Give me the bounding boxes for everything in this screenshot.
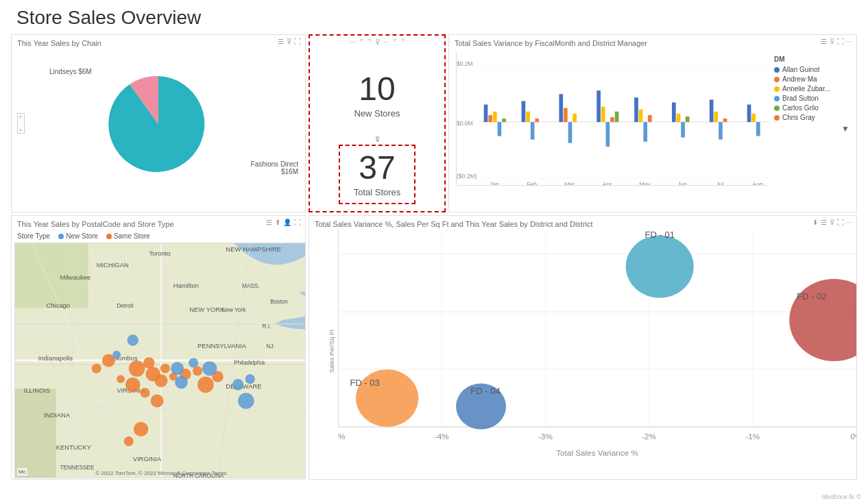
svg-rect-26 bbox=[639, 110, 643, 122]
svg-text:VIRGINIA: VIRGINIA bbox=[133, 455, 162, 463]
svg-rect-24 bbox=[615, 112, 619, 122]
svg-rect-7 bbox=[484, 105, 488, 123]
bars-svg: $0.2M $0.0M ($0.2M) bbox=[457, 52, 768, 185]
map-upload-icon[interactable]: ⬆ bbox=[275, 219, 280, 226]
svg-point-92 bbox=[125, 378, 140, 392]
svg-text:New York: New York bbox=[221, 307, 246, 313]
svg-rect-20 bbox=[596, 90, 601, 122]
svg-rect-31 bbox=[681, 122, 685, 137]
map-expand-icon[interactable]: ⛶ bbox=[294, 219, 301, 226]
bar-expand-icon[interactable]: ⛶ bbox=[837, 38, 844, 45]
bubble-down-icon[interactable]: ⬇ bbox=[812, 219, 818, 226]
svg-text:Boston: Boston bbox=[270, 299, 288, 305]
total-stores-value: 37 bbox=[354, 151, 401, 184]
kpi-expand-icon[interactable]: ⌜ bbox=[394, 38, 397, 46]
svg-text:Jul: Jul bbox=[716, 181, 724, 185]
svg-point-97 bbox=[92, 364, 101, 373]
bar-filter-icon[interactable]: ⊽ bbox=[830, 38, 834, 45]
bubble-y-label: Sales Per/Sq Ft bbox=[328, 330, 335, 373]
pie-filter-icon[interactable]: ⊽ bbox=[287, 38, 291, 45]
kpi-filter-icon[interactable]: ⊽ bbox=[375, 38, 380, 46]
svg-text:NEW YORK: NEW YORK bbox=[189, 306, 225, 313]
svg-point-104 bbox=[202, 361, 217, 376]
kpi-focus-left-icon[interactable]: ⌜ bbox=[360, 38, 363, 46]
bubble-more-icon[interactable]: ··· bbox=[847, 219, 852, 226]
svg-text:Indianapolis: Indianapolis bbox=[38, 354, 73, 362]
svg-text:ILLINOIS: ILLINOIS bbox=[24, 387, 51, 394]
svg-rect-39 bbox=[756, 122, 760, 136]
svg-point-101 bbox=[124, 437, 134, 446]
kpi-panel: ··· ⌜ ⌝ ⊽ ··· ⌜ ⌝ 10 New Stores ⊽ 37 bbox=[309, 34, 446, 212]
map-container[interactable]: Milwaukee Chicago Indianapolis ILLINOIS … bbox=[14, 243, 306, 478]
kpi-toolbar: ··· ⌜ ⌝ ⊽ ··· ⌜ ⌝ bbox=[350, 38, 405, 46]
svg-rect-22 bbox=[606, 122, 610, 147]
bar-more-icon[interactable]: ··· bbox=[847, 38, 852, 45]
kpi-br-icon[interactable]: ⌝ bbox=[401, 38, 405, 46]
svg-text:-2%: -2% bbox=[642, 432, 656, 440]
svg-point-88 bbox=[155, 374, 168, 387]
legend-andrew-label: Andrew Ma bbox=[782, 75, 817, 83]
legend-carlos-label: Carlos Grilo bbox=[782, 104, 819, 112]
map-panel-title: This Year Sales by PostalCode and Store … bbox=[12, 216, 305, 230]
svg-text:-3%: -3% bbox=[538, 432, 553, 440]
bubble-panel: Total Sales Variance %, Sales Per Sq Ft … bbox=[309, 215, 857, 480]
legend-scroll-down[interactable]: ▼ bbox=[841, 124, 849, 134]
svg-rect-13 bbox=[526, 112, 530, 122]
svg-point-84 bbox=[129, 360, 145, 377]
pie-expand-icon[interactable]: ⛶ bbox=[294, 38, 301, 45]
watermark: obviEnce llc © bbox=[822, 493, 861, 500]
svg-point-94 bbox=[151, 395, 164, 408]
bubble-expand-icon[interactable]: ⛶ bbox=[837, 219, 844, 226]
bubble-menu-icon[interactable]: ☰ bbox=[821, 219, 827, 226]
svg-rect-38 bbox=[751, 114, 756, 122]
svg-text:Jan: Jan bbox=[490, 181, 499, 185]
total-stores-label: Total Stores bbox=[354, 187, 401, 197]
svg-rect-35 bbox=[719, 122, 723, 140]
pie-panel: This Year Sales by Chain ☰ ⊽ ⛶ Lindseys … bbox=[11, 34, 306, 212]
legend-allan-label: Allan Guinot bbox=[782, 66, 819, 73]
kpi-more-icon[interactable]: ··· bbox=[350, 38, 355, 46]
svg-rect-32 bbox=[686, 116, 690, 122]
pie-panel-title: This Year Sales by Chain bbox=[12, 35, 305, 49]
svg-point-93 bbox=[140, 388, 149, 397]
svg-rect-19 bbox=[572, 114, 577, 122]
svg-text:0%: 0% bbox=[851, 432, 856, 440]
bubble-fd01[interactable] bbox=[626, 235, 694, 297]
bubble-plot-area: $15 $14 $13 -5% -4% -3% -2% -1% 0% Total… bbox=[338, 230, 856, 474]
legend-item-allan: Allan Guinot bbox=[774, 66, 849, 73]
map-svg: Milwaukee Chicago Indianapolis ILLINOIS … bbox=[15, 243, 306, 478]
map-person-icon[interactable]: 👤 bbox=[283, 219, 291, 226]
kpi-more2-icon[interactable]: ··· bbox=[384, 38, 389, 46]
legend-same-store-label: Same Store bbox=[114, 232, 150, 240]
bubble-y-axis: Sales Per/Sq Ft bbox=[309, 230, 338, 474]
svg-point-95 bbox=[117, 375, 125, 383]
pie-menu-icon[interactable]: ☰ bbox=[278, 38, 284, 45]
svg-text:$0.2M: $0.2M bbox=[457, 60, 473, 67]
svg-point-98 bbox=[197, 377, 214, 393]
kpi-filter-icon-mid[interactable]: ⊽ bbox=[375, 136, 380, 143]
svg-rect-16 bbox=[559, 94, 563, 122]
svg-text:May: May bbox=[639, 181, 651, 185]
svg-text:INDIANA: INDIANA bbox=[44, 411, 71, 419]
svg-rect-33 bbox=[710, 99, 714, 122]
svg-text:KENTUCKY: KENTUCKY bbox=[56, 443, 92, 451]
pie-svg bbox=[104, 69, 213, 179]
svg-rect-17 bbox=[564, 108, 568, 122]
expand-tl-icon: ⌜ bbox=[19, 115, 23, 123]
pie-toolbar: ☰ ⊽ ⛶ bbox=[278, 38, 301, 45]
dashboard: Store Sales Overview This Year Sales by … bbox=[0, 0, 868, 503]
bubble-svg: $15 $14 $13 -5% -4% -3% -2% -1% 0% Total… bbox=[338, 230, 856, 460]
svg-point-107 bbox=[175, 376, 188, 389]
legend-new-store: New Store bbox=[58, 232, 98, 240]
bar-menu-icon[interactable]: ☰ bbox=[821, 38, 827, 45]
svg-point-102 bbox=[171, 362, 184, 375]
bubble-filter-icon[interactable]: ⊽ bbox=[830, 219, 834, 226]
svg-point-110 bbox=[127, 334, 138, 346]
bubble-fd02[interactable] bbox=[789, 279, 856, 361]
legend-same-store: Same Store bbox=[106, 232, 150, 240]
kpi-focus-right-icon[interactable]: ⌝ bbox=[367, 38, 371, 46]
svg-text:Philadelphia: Philadelphia bbox=[234, 360, 265, 366]
map-menu-icon[interactable]: ☰ bbox=[266, 219, 272, 226]
pie-corner-expand[interactable]: ⌜ ⌞ bbox=[17, 113, 25, 134]
svg-rect-28 bbox=[648, 115, 652, 122]
